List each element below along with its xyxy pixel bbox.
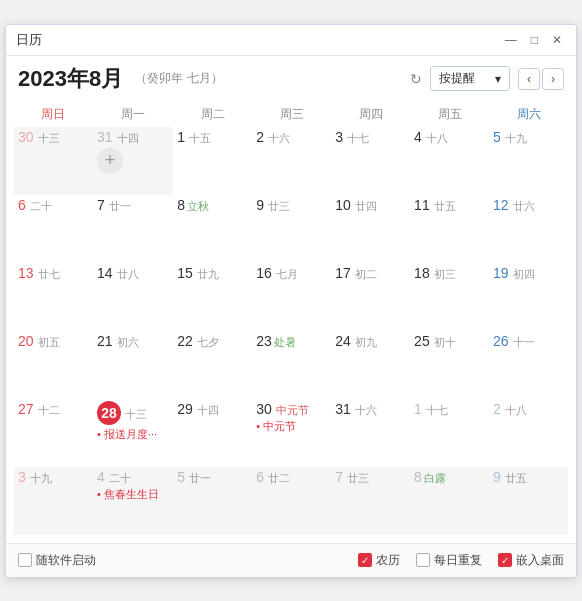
calendar-header: 2023年8月 （癸卯年 七月） ↻ 按提醒 ▾ ‹ › xyxy=(6,56,576,102)
day-number: 18 xyxy=(414,265,430,281)
day-cell-jul30[interactable]: 30 十三 xyxy=(14,127,93,195)
view-dropdown[interactable]: 按提醒 ▾ xyxy=(430,66,510,91)
day-cell-aug14[interactable]: 14 廿八 xyxy=(93,263,173,331)
day-cell-aug15[interactable]: 15 廿九 xyxy=(173,263,252,331)
lunar-date: 十四 xyxy=(117,131,139,146)
day-cell-aug20[interactable]: 20 初五 xyxy=(14,331,93,399)
day-number: 26 xyxy=(493,333,509,349)
day-cell-aug2[interactable]: 2 十六 xyxy=(252,127,331,195)
day-number: 2 xyxy=(493,401,501,417)
day-cell-aug5[interactable]: 5 十九 xyxy=(489,127,568,195)
embed-desktop-check-icon: ✓ xyxy=(498,553,512,567)
day-number: 6 xyxy=(18,197,26,213)
lunar-date: 廿五 xyxy=(505,471,527,486)
day-cell-aug12[interactable]: 12 廿六 xyxy=(489,195,568,263)
day-cell-aug27[interactable]: 27 十二 xyxy=(14,399,93,467)
event-tag-jiao[interactable]: • 焦春生生日 xyxy=(97,487,169,502)
weekday-fri: 周五 xyxy=(410,102,489,127)
day-cell-aug21[interactable]: 21 初六 xyxy=(93,331,173,399)
day-cell-aug9[interactable]: 9 廿三 xyxy=(252,195,331,263)
day-cell-aug29[interactable]: 29 十四 xyxy=(173,399,252,467)
auto-start-checkbox[interactable]: 随软件启动 xyxy=(18,552,96,569)
refresh-btn[interactable]: ↻ xyxy=(410,71,422,87)
close-btn[interactable]: ✕ xyxy=(548,33,566,47)
day-cell-aug13[interactable]: 13 廿七 xyxy=(14,263,93,331)
lunar-date: 十九 xyxy=(30,471,52,486)
daily-repeat-label: 每日重复 xyxy=(434,552,482,569)
day-cell-aug31[interactable]: 31 十六 xyxy=(331,399,410,467)
daily-repeat-check-icon xyxy=(416,553,430,567)
day-number: 14 xyxy=(97,265,113,281)
add-event-btn[interactable]: + xyxy=(97,148,123,174)
dropdown-arrow-icon: ▾ xyxy=(495,72,501,86)
day-cell-sep3[interactable]: 3 十九 xyxy=(14,467,93,535)
day-cell-sep6[interactable]: 6 廿二 xyxy=(252,467,331,535)
day-cell-aug22[interactable]: 22 七夕 xyxy=(173,331,252,399)
day-cell-sep1[interactable]: 1 十七 xyxy=(410,399,489,467)
day-cell-sep2[interactable]: 2 十八 xyxy=(489,399,568,467)
day-number: 11 xyxy=(414,197,430,213)
auto-start-label: 随软件启动 xyxy=(36,552,96,569)
day-cell-aug1[interactable]: 1 十五 xyxy=(173,127,252,195)
day-number: 1 xyxy=(177,129,185,145)
day-number: 5 xyxy=(177,469,185,485)
maximize-btn[interactable]: □ xyxy=(527,33,542,47)
day-cell-aug4[interactable]: 4 十八 xyxy=(410,127,489,195)
day-cell-aug30[interactable]: 30 中元节 • 中元节 xyxy=(252,399,331,467)
day-cell-aug16[interactable]: 16 七月 xyxy=(252,263,331,331)
day-number: 12 xyxy=(493,197,509,213)
lunar-date: 十六 xyxy=(268,131,290,146)
day-cell-aug18[interactable]: 18 初三 xyxy=(410,263,489,331)
minimize-btn[interactable]: — xyxy=(501,33,521,47)
lunar-date: 七月 xyxy=(276,267,298,282)
table-row: 3 十九 4 二十 • 焦春生生日 5 廿一 xyxy=(14,467,568,535)
lunar-date: 二十 xyxy=(109,471,131,486)
day-cell-aug10[interactable]: 10 廿四 xyxy=(331,195,410,263)
embed-desktop-checkbox[interactable]: ✓ 嵌入桌面 xyxy=(498,552,564,569)
lunar-date: 廿八 xyxy=(117,267,139,282)
day-cell-aug19[interactable]: 19 初四 xyxy=(489,263,568,331)
day-cell-aug3[interactable]: 3 十七 xyxy=(331,127,410,195)
day-cell-sep7[interactable]: 7 廿三 xyxy=(331,467,410,535)
solar-term: 白露 xyxy=(424,471,446,486)
day-cell-aug23[interactable]: 23 处暑 xyxy=(252,331,331,399)
day-cell-sep4[interactable]: 4 二十 • 焦春生生日 xyxy=(93,467,173,535)
day-cell-aug25[interactable]: 25 初十 xyxy=(410,331,489,399)
day-cell-aug24[interactable]: 24 初九 xyxy=(331,331,410,399)
day-cell-sep5[interactable]: 5 廿一 xyxy=(173,467,252,535)
day-cell-aug8[interactable]: 8 立秋 xyxy=(173,195,252,263)
day-cell-aug6[interactable]: 6 二十 xyxy=(14,195,93,263)
lunar-date: 十三 xyxy=(38,131,60,146)
lunar-checkbox[interactable]: ✓ 农历 xyxy=(358,552,400,569)
table-row: 27 十二 28 十三 报送月度··· 29 xyxy=(14,399,568,467)
lunar-date: 十七 xyxy=(347,131,369,146)
lunar-date: 廿二 xyxy=(268,471,290,486)
day-number: 6 xyxy=(256,469,264,485)
day-cell-aug11[interactable]: 11 廿五 xyxy=(410,195,489,263)
lunar-check-icon: ✓ xyxy=(358,553,372,567)
table-row: 30 十三 31 十四 + 1 十五 xyxy=(14,127,568,195)
daily-repeat-checkbox[interactable]: 每日重复 xyxy=(416,552,482,569)
lunar-date: 初九 xyxy=(355,335,377,350)
day-cell-sep8[interactable]: 8 白露 xyxy=(410,467,489,535)
day-cell-aug28[interactable]: 28 十三 报送月度··· xyxy=(93,399,173,467)
calendar-body: 周日 周一 周二 周三 周四 周五 周六 30 十三 xyxy=(6,102,576,543)
day-cell-sep9[interactable]: 9 廿五 xyxy=(489,467,568,535)
nav-buttons: ‹ › xyxy=(518,68,564,90)
weekday-mon: 周一 xyxy=(93,102,173,127)
day-number: 24 xyxy=(335,333,351,349)
day-cell-jul31[interactable]: 31 十四 + xyxy=(93,127,173,195)
day-number: 8 xyxy=(177,197,185,213)
calendar-window: 日历 — □ ✕ 2023年8月 （癸卯年 七月） ↻ 按提醒 ▾ ‹ › 周日… xyxy=(5,24,577,578)
day-number: 30 xyxy=(256,401,272,417)
day-cell-aug7[interactable]: 7 廿一 xyxy=(93,195,173,263)
weekday-tue: 周二 xyxy=(173,102,252,127)
event-tag-baosong[interactable]: 报送月度··· xyxy=(97,427,169,442)
day-cell-aug26[interactable]: 26 十一 xyxy=(489,331,568,399)
prev-month-btn[interactable]: ‹ xyxy=(518,68,540,90)
day-number: 31 xyxy=(97,129,113,145)
day-cell-aug17[interactable]: 17 初二 xyxy=(331,263,410,331)
lunar-date: 廿九 xyxy=(197,267,219,282)
next-month-btn[interactable]: › xyxy=(542,68,564,90)
table-row: 6 二十 7 廿一 8 立秋 xyxy=(14,195,568,263)
